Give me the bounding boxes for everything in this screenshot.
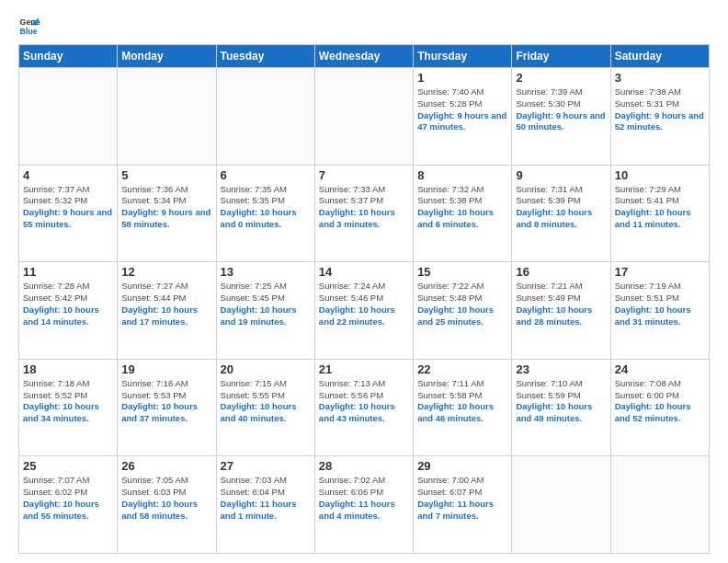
- day-info: Sunrise: 7:02 AMSunset: 6:06 PMDaylight:…: [319, 475, 409, 522]
- day-number: 8: [417, 168, 507, 182]
- calendar-cell: 14Sunrise: 7:24 AMSunset: 5:46 PMDayligh…: [314, 262, 413, 360]
- calendar-cell: 27Sunrise: 7:03 AMSunset: 6:04 PMDayligh…: [216, 456, 314, 554]
- calendar-cell: 11Sunrise: 7:28 AMSunset: 5:42 PMDayligh…: [19, 262, 118, 360]
- calendar-cell: 15Sunrise: 7:22 AMSunset: 5:48 PMDayligh…: [414, 262, 512, 360]
- day-number: 1: [417, 71, 507, 85]
- day-number: 11: [23, 265, 113, 279]
- page: General Blue SundayMondayTuesdayWednesda…: [0, 0, 728, 563]
- day-info: Sunrise: 7:18 AMSunset: 5:52 PMDaylight:…: [23, 378, 113, 425]
- calendar-cell: 26Sunrise: 7:05 AMSunset: 6:03 PMDayligh…: [118, 456, 216, 554]
- day-info: Sunrise: 7:15 AMSunset: 5:55 PMDaylight:…: [221, 378, 311, 425]
- day-info: Sunrise: 7:21 AMSunset: 5:49 PMDaylight:…: [516, 281, 606, 327]
- day-info: Sunrise: 7:08 AMSunset: 6:00 PMDaylight:…: [615, 378, 705, 425]
- day-number: 15: [417, 265, 507, 279]
- calendar-cell: [118, 68, 216, 166]
- day-number: 26: [121, 459, 211, 473]
- calendar-cell: 3Sunrise: 7:38 AMSunset: 5:31 PMDaylight…: [610, 68, 709, 166]
- day-number: 20: [221, 362, 311, 376]
- calendar-table: SundayMondayTuesdayWednesdayThursdayFrid…: [18, 44, 710, 554]
- calendar-cell: [314, 68, 413, 166]
- day-number: 6: [221, 168, 311, 182]
- calendar-week-3: 11Sunrise: 7:28 AMSunset: 5:42 PMDayligh…: [19, 262, 710, 360]
- calendar-cell: 10Sunrise: 7:29 AMSunset: 5:41 PMDayligh…: [610, 165, 709, 262]
- calendar-cell: [610, 456, 709, 554]
- day-number: 21: [319, 362, 409, 376]
- calendar-cell: 17Sunrise: 7:19 AMSunset: 5:51 PMDayligh…: [610, 262, 709, 360]
- day-info: Sunrise: 7:22 AMSunset: 5:48 PMDaylight:…: [417, 281, 507, 327]
- day-number: 25: [23, 459, 113, 473]
- weekday-header-monday: Monday: [118, 45, 216, 68]
- day-number: 5: [121, 168, 211, 182]
- day-number: 18: [23, 362, 113, 376]
- day-number: 24: [615, 362, 705, 376]
- day-info: Sunrise: 7:25 AMSunset: 5:45 PMDaylight:…: [221, 281, 311, 327]
- calendar-cell: 13Sunrise: 7:25 AMSunset: 5:45 PMDayligh…: [216, 262, 314, 360]
- weekday-header-friday: Friday: [512, 45, 610, 68]
- calendar-header-row: SundayMondayTuesdayWednesdayThursdayFrid…: [19, 45, 710, 68]
- day-number: 13: [221, 265, 311, 279]
- day-info: Sunrise: 7:24 AMSunset: 5:46 PMDaylight:…: [319, 281, 409, 327]
- calendar-cell: 16Sunrise: 7:21 AMSunset: 5:49 PMDayligh…: [512, 262, 610, 360]
- weekday-header-saturday: Saturday: [610, 45, 709, 68]
- day-number: 7: [319, 168, 409, 182]
- calendar-week-5: 25Sunrise: 7:07 AMSunset: 6:02 PMDayligh…: [19, 456, 710, 554]
- day-info: Sunrise: 7:00 AMSunset: 6:07 PMDaylight:…: [417, 475, 507, 522]
- day-info: Sunrise: 7:27 AMSunset: 5:44 PMDaylight:…: [121, 281, 211, 327]
- day-number: 9: [516, 168, 606, 182]
- calendar-cell: 9Sunrise: 7:31 AMSunset: 5:39 PMDaylight…: [512, 165, 610, 262]
- day-info: Sunrise: 7:39 AMSunset: 5:30 PMDaylight:…: [516, 86, 606, 133]
- calendar-cell: [216, 68, 314, 166]
- day-info: Sunrise: 7:03 AMSunset: 6:04 PMDaylight:…: [221, 475, 311, 522]
- day-info: Sunrise: 7:10 AMSunset: 5:59 PMDaylight:…: [516, 378, 606, 425]
- calendar-cell: 24Sunrise: 7:08 AMSunset: 6:00 PMDayligh…: [610, 359, 709, 456]
- day-info: Sunrise: 7:16 AMSunset: 5:53 PMDaylight:…: [121, 378, 211, 425]
- calendar-cell: 19Sunrise: 7:16 AMSunset: 5:53 PMDayligh…: [118, 359, 216, 456]
- calendar-cell: 6Sunrise: 7:35 AMSunset: 5:35 PMDaylight…: [216, 165, 314, 262]
- svg-text:Blue: Blue: [20, 27, 38, 36]
- weekday-header-sunday: Sunday: [19, 45, 118, 68]
- calendar-cell: 5Sunrise: 7:36 AMSunset: 5:34 PMDaylight…: [118, 165, 216, 262]
- day-info: Sunrise: 7:38 AMSunset: 5:31 PMDaylight:…: [615, 86, 705, 133]
- header: General Blue: [18, 15, 710, 37]
- weekday-header-tuesday: Tuesday: [216, 45, 314, 68]
- calendar-cell: 20Sunrise: 7:15 AMSunset: 5:55 PMDayligh…: [216, 359, 314, 456]
- day-info: Sunrise: 7:40 AMSunset: 5:28 PMDaylight:…: [417, 86, 507, 133]
- day-number: 3: [615, 71, 705, 85]
- day-info: Sunrise: 7:32 AMSunset: 5:38 PMDaylight:…: [417, 184, 507, 231]
- calendar-cell: 28Sunrise: 7:02 AMSunset: 6:06 PMDayligh…: [314, 456, 413, 554]
- calendar-cell: 2Sunrise: 7:39 AMSunset: 5:30 PMDaylight…: [512, 68, 610, 166]
- day-info: Sunrise: 7:36 AMSunset: 5:34 PMDaylight:…: [121, 184, 211, 231]
- day-number: 22: [417, 362, 507, 376]
- day-number: 12: [121, 265, 211, 279]
- calendar-cell: 29Sunrise: 7:00 AMSunset: 6:07 PMDayligh…: [414, 456, 512, 554]
- day-info: Sunrise: 7:28 AMSunset: 5:42 PMDaylight:…: [23, 281, 113, 327]
- logo-icon: General Blue: [18, 15, 40, 37]
- calendar-cell: 7Sunrise: 7:33 AMSunset: 5:37 PMDaylight…: [314, 165, 413, 262]
- day-info: Sunrise: 7:07 AMSunset: 6:02 PMDaylight:…: [23, 475, 113, 522]
- day-number: 4: [23, 168, 113, 182]
- calendar-cell: 21Sunrise: 7:13 AMSunset: 5:56 PMDayligh…: [314, 359, 413, 456]
- day-info: Sunrise: 7:33 AMSunset: 5:37 PMDaylight:…: [319, 184, 409, 231]
- day-number: 29: [417, 459, 507, 473]
- day-info: Sunrise: 7:11 AMSunset: 5:58 PMDaylight:…: [417, 378, 507, 425]
- day-info: Sunrise: 7:37 AMSunset: 5:32 PMDaylight:…: [23, 184, 113, 231]
- day-number: 2: [516, 71, 606, 85]
- calendar-week-2: 4Sunrise: 7:37 AMSunset: 5:32 PMDaylight…: [19, 165, 710, 262]
- day-info: Sunrise: 7:29 AMSunset: 5:41 PMDaylight:…: [615, 184, 705, 231]
- calendar-cell: 23Sunrise: 7:10 AMSunset: 5:59 PMDayligh…: [512, 359, 610, 456]
- calendar-cell: 25Sunrise: 7:07 AMSunset: 6:02 PMDayligh…: [19, 456, 118, 554]
- calendar-cell: 4Sunrise: 7:37 AMSunset: 5:32 PMDaylight…: [19, 165, 118, 262]
- calendar-cell: 18Sunrise: 7:18 AMSunset: 5:52 PMDayligh…: [19, 359, 118, 456]
- day-info: Sunrise: 7:19 AMSunset: 5:51 PMDaylight:…: [615, 281, 705, 327]
- day-number: 14: [319, 265, 409, 279]
- day-number: 27: [221, 459, 311, 473]
- calendar-week-1: 1Sunrise: 7:40 AMSunset: 5:28 PMDaylight…: [19, 68, 710, 166]
- day-number: 19: [121, 362, 211, 376]
- day-info: Sunrise: 7:35 AMSunset: 5:35 PMDaylight:…: [221, 184, 311, 231]
- weekday-header-wednesday: Wednesday: [314, 45, 413, 68]
- calendar-cell: 12Sunrise: 7:27 AMSunset: 5:44 PMDayligh…: [118, 262, 216, 360]
- day-info: Sunrise: 7:13 AMSunset: 5:56 PMDaylight:…: [319, 378, 409, 425]
- calendar-week-4: 18Sunrise: 7:18 AMSunset: 5:52 PMDayligh…: [19, 359, 710, 456]
- day-info: Sunrise: 7:31 AMSunset: 5:39 PMDaylight:…: [516, 184, 606, 231]
- day-info: Sunrise: 7:05 AMSunset: 6:03 PMDaylight:…: [121, 475, 211, 522]
